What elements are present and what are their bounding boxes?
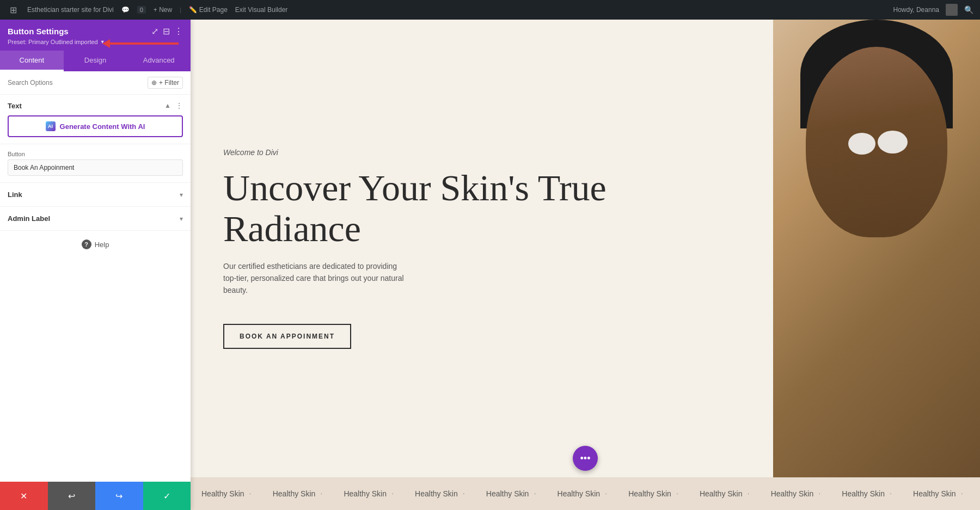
fullscreen-icon[interactable]: ⤢ — [151, 26, 158, 36]
ticker-item: Healthy Skin • — [404, 489, 475, 498]
panel-tabs: Content Design Advanced — [0, 51, 191, 71]
button-field-section: Button — [0, 144, 191, 183]
redo-button[interactable]: ↪ — [95, 482, 143, 510]
panel-header: Button Settings ⤢ ⊟ ⋮ Preset: Primary Ou… — [0, 20, 191, 51]
howdy-text: Howdy, Deanna — [893, 6, 940, 14]
ticker-item: Healthy Skin • — [689, 489, 760, 498]
ai-icon: AI — [46, 121, 56, 131]
ticker-item: Healthy Skin • — [333, 489, 404, 498]
link-section[interactable]: Link ▾ — [0, 183, 191, 207]
ticker-item: Healthy Skin • — [475, 489, 547, 498]
button-field-label: Button — [8, 151, 183, 157]
wordpress-icon[interactable]: ⊞ — [7, 3, 20, 16]
admin-bar-right: Howdy, Deanna 🔍 — [893, 4, 974, 16]
dots-icon: ••• — [580, 453, 591, 464]
hero-welcome: Welcome to Divi — [223, 148, 740, 157]
floating-action-button[interactable]: ••• — [573, 446, 598, 471]
save-button[interactable]: ✓ — [143, 482, 191, 510]
ticker-item: Healthy Skin • — [760, 489, 831, 498]
help-icon: ? — [82, 239, 91, 249]
save-icon: ✓ — [163, 491, 170, 501]
more-icon[interactable]: ⋮ — [174, 26, 183, 36]
ticker-item: Healthy Skin • — [831, 489, 902, 498]
cream-spot-right — [878, 131, 908, 153]
ticker-content: Healthy Skin • Healthy Skin • Healthy Sk… — [191, 489, 980, 498]
ai-generate-button[interactable]: AI Generate Content With AI — [8, 115, 183, 137]
ticker-item: Healthy Skin • — [262, 489, 333, 498]
section-header-icons: ▲ ⋮ — [164, 101, 183, 110]
cancel-button[interactable]: ✕ — [0, 482, 48, 510]
chevron-up-icon[interactable]: ▲ — [164, 102, 171, 109]
hero-text: Welcome to Divi Uncover Your Skin's True… — [191, 20, 773, 477]
filter-button[interactable]: ⊕ + Filter — [148, 77, 183, 89]
exit-builder-button[interactable]: Exit Visual Builder — [235, 6, 288, 14]
face-shape — [806, 47, 947, 237]
admin-label-section[interactable]: Admin Label ▾ — [0, 207, 191, 231]
ticker-bar: Healthy Skin • Healthy Skin • Healthy Sk… — [191, 477, 980, 510]
tab-design[interactable]: Design — [64, 51, 127, 71]
help-label: Help — [95, 241, 109, 249]
text-section: Text ▲ ⋮ AI Generate Content With AI — [0, 95, 191, 144]
undo-icon: ↩ — [68, 491, 75, 501]
layout-icon[interactable]: ⊟ — [163, 26, 170, 36]
cream-spot-left — [848, 133, 875, 155]
admin-label-label: Admin Label — [8, 214, 50, 223]
preset-selector[interactable]: Preset: Primary Outlined imported ▼ — [8, 39, 183, 45]
ticker-item: Healthy Skin • — [617, 489, 689, 498]
section-more-icon[interactable]: ⋮ — [175, 101, 183, 110]
chevron-down-icon: ▾ — [180, 191, 183, 199]
panel-title-row: Button Settings ⤢ ⊟ ⋮ — [8, 26, 183, 36]
hero-subtext: Our certified estheticians are dedicated… — [223, 260, 408, 297]
redo-icon: ↪ — [115, 491, 122, 501]
left-panel: Button Settings ⤢ ⊟ ⋮ Preset: Primary Ou… — [0, 20, 191, 510]
ticker-item: Healthy Skin • — [973, 489, 980, 498]
bottom-toolbar: ✕ ↩ ↪ ✓ — [0, 482, 191, 510]
text-section-title: Text — [8, 102, 22, 110]
ticker-item: Healthy Skin • — [902, 489, 973, 498]
undo-button[interactable]: ↩ — [48, 482, 96, 510]
avatar[interactable] — [946, 4, 958, 16]
panel-title-icons: ⤢ ⊟ ⋮ — [151, 26, 183, 36]
panel-title: Button Settings — [8, 27, 69, 36]
main-layout: Button Settings ⤢ ⊟ ⋮ Preset: Primary Ou… — [0, 20, 980, 510]
hero-cta-button[interactable]: BOOK AN APPOINMENT — [223, 324, 351, 349]
search-input[interactable] — [8, 79, 143, 87]
pencil-icon: ✏️ — [189, 6, 197, 14]
tab-advanced[interactable]: Advanced — [127, 51, 191, 71]
text-section-header[interactable]: Text ▲ ⋮ — [8, 101, 183, 110]
admin-bar-left: ⊞ Esthetician starter site for Divi 💬 0 … — [7, 3, 885, 16]
comment-count: 0 — [137, 6, 146, 14]
new-button[interactable]: + New — [154, 6, 172, 14]
admin-bar: ⊞ Esthetician starter site for Divi 💬 0 … — [0, 0, 980, 20]
filter-icon: ⊕ — [151, 79, 157, 87]
chevron-down-icon: ▾ — [180, 215, 183, 223]
ticker-item: Healthy Skin • — [547, 489, 618, 498]
button-text-input[interactable] — [8, 159, 183, 176]
edit-page-button[interactable]: ✏️ Edit Page — [189, 6, 228, 14]
search-icon[interactable]: 🔍 — [964, 5, 973, 14]
hero-headline: Uncover Your Skin's True Radiance — [223, 168, 740, 249]
help-row[interactable]: ? Help — [0, 231, 191, 258]
link-label: Link — [8, 191, 22, 199]
chevron-down-icon: ▼ — [100, 39, 105, 45]
cancel-icon: ✕ — [20, 491, 27, 501]
ticker-item: Healthy Skin • — [191, 489, 262, 498]
hero-image — [773, 20, 980, 477]
tab-content[interactable]: Content — [0, 51, 64, 71]
panel-search-row: ⊕ + Filter — [0, 71, 191, 95]
hero-image-placeholder — [773, 20, 980, 477]
hero-section: Welcome to Divi Uncover Your Skin's True… — [191, 20, 980, 477]
main-content: Welcome to Divi Uncover Your Skin's True… — [191, 20, 980, 510]
comments-icon[interactable]: 💬 — [121, 6, 130, 14]
site-name[interactable]: Esthetician starter site for Divi — [27, 6, 114, 14]
